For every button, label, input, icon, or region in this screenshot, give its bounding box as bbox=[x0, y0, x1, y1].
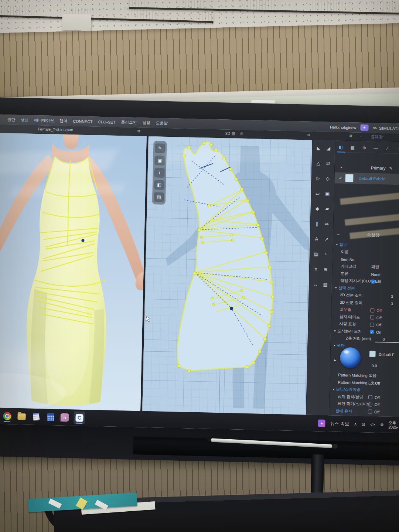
simulation-toggle[interactable]: ≫ SIMULATION bbox=[372, 125, 399, 131]
property-label: 카테고리 bbox=[341, 264, 356, 269]
caret-down-icon: ▼ bbox=[333, 344, 337, 347]
menu-animation[interactable]: 애니메이션 bbox=[34, 117, 54, 123]
caret-right-icon[interactable]: ▶ bbox=[334, 359, 336, 362]
fabric-swatch-small[interactable] bbox=[369, 351, 375, 357]
group-label: 형태 유지 bbox=[335, 408, 352, 414]
property-label: 2D 선분 길이 bbox=[340, 293, 363, 298]
dart-icon[interactable]: ◆ bbox=[313, 204, 322, 214]
alpha-app-button[interactable]: α bbox=[59, 411, 71, 424]
pattern-info-icon[interactable]: i bbox=[154, 168, 165, 178]
checkbox-on[interactable]: ✓ bbox=[370, 330, 374, 334]
checkbox-on[interactable]: ✓ bbox=[371, 279, 375, 283]
3d-garment-render[interactable] bbox=[0, 133, 147, 411]
menu-settings[interactable]: 설정 bbox=[142, 120, 150, 125]
caret-down-icon: ▼ bbox=[335, 287, 338, 289]
fabric-tab-icon[interactable]: ◧ bbox=[338, 144, 344, 150]
display-tray-icon[interactable]: ⊡ bbox=[362, 422, 365, 427]
puckering-tab-icon[interactable]: ≈ bbox=[396, 146, 399, 151]
button-tab-icon[interactable]: ⊕ bbox=[361, 145, 367, 150]
news-widget-label[interactable]: 뉴스 속보 bbox=[330, 420, 349, 427]
iron-icon[interactable]: ▰ bbox=[323, 205, 332, 214]
file-explorer-button[interactable] bbox=[16, 410, 27, 423]
tray-close-icon[interactable]: ⊗ bbox=[380, 422, 384, 427]
fit-garment-icon[interactable]: ▤ bbox=[154, 192, 164, 202]
group-label: 정보 bbox=[339, 242, 347, 247]
edit-sewing-icon[interactable]: ⇄ bbox=[324, 159, 333, 168]
shirring-icon[interactable]: ≋ bbox=[321, 265, 330, 274]
selected-point-3d[interactable] bbox=[81, 239, 85, 242]
default-fabric-row[interactable]: ✓ Default Fabric bbox=[334, 172, 399, 185]
transform-sketch-icon[interactable]: ◢ bbox=[324, 144, 333, 153]
float-window-icon[interactable]: ⧉ bbox=[307, 133, 310, 137]
z-distance-value[interactable]: 0 bbox=[382, 337, 385, 342]
property-value[interactable]: 3 bbox=[391, 294, 393, 299]
fabric-material-sphere[interactable] bbox=[340, 347, 361, 368]
pattern-tab-icon[interactable]: ▦ bbox=[350, 145, 355, 150]
edit-curve-icon[interactable]: ✎ bbox=[155, 143, 166, 153]
menu-connect[interactable]: CONNECT bbox=[73, 119, 93, 124]
calculator-button[interactable] bbox=[45, 411, 56, 424]
menu-fabric[interactable]: 원단 bbox=[7, 117, 16, 122]
stitch-tab-icon[interactable]: — bbox=[373, 145, 379, 150]
row-shape-retention[interactable]: 형태 유지 Off bbox=[329, 407, 399, 416]
segment-sew-icon[interactable]: ⇒ bbox=[322, 220, 331, 229]
property-value: Off bbox=[376, 308, 382, 313]
menu-production[interactable]: 생산 bbox=[21, 117, 29, 122]
news-widget-icon[interactable]: ✦ bbox=[318, 419, 325, 427]
category-dropdown[interactable]: 패턴 bbox=[371, 265, 379, 270]
checkbox-off[interactable] bbox=[368, 402, 372, 406]
chrome-taskbar-button[interactable] bbox=[1, 410, 13, 423]
checkbox-off[interactable] bbox=[368, 410, 372, 414]
elastic-icon[interactable]: ≈ bbox=[321, 250, 331, 259]
2d-pattern-canvas[interactable] bbox=[142, 136, 312, 415]
hidden-icons-chevron[interactable]: ∧ bbox=[354, 422, 357, 426]
panel-arrow-icon[interactable]: → bbox=[336, 231, 340, 236]
pattern-matching-dropdown[interactable]: 없음 bbox=[369, 373, 376, 378]
free-sew-icon[interactable]: ↗ bbox=[322, 235, 331, 244]
checkbox-off[interactable] bbox=[370, 308, 374, 312]
float-window-icon[interactable]: ⧉ bbox=[349, 134, 352, 138]
edit-pencil-icon[interactable]: ✎ bbox=[389, 166, 393, 171]
menu-help[interactable]: 도움말 bbox=[156, 120, 168, 126]
float-window-icon[interactable]: ⧉ bbox=[137, 129, 140, 133]
bonding-icon[interactable]: ▧ bbox=[321, 280, 330, 289]
trace-pattern-icon[interactable]: ▣ bbox=[323, 190, 332, 199]
2d-viewport[interactable]: ✎ ▣ i ◧ ▤ bbox=[142, 136, 312, 415]
tools-icon[interactable]: ✦ bbox=[360, 125, 368, 131]
property-value[interactable]: 3 bbox=[391, 301, 393, 306]
project-tab[interactable]: Female_T-shirt.zpac bbox=[38, 127, 73, 132]
menu-render[interactable]: 렌더 bbox=[59, 118, 68, 123]
clo3d-taskbar-button[interactable]: C bbox=[74, 411, 85, 424]
light-reflection bbox=[345, 209, 399, 226]
taskbar-clock[interactable]: 오후 2025- bbox=[388, 420, 398, 430]
flip-pattern-icon[interactable]: ↔ bbox=[311, 280, 320, 289]
edit-curvature-icon[interactable]: ▷ bbox=[313, 174, 323, 183]
target-icon[interactable]: ◎ bbox=[240, 131, 243, 135]
classification-dropdown[interactable]: None bbox=[371, 272, 380, 277]
menu-clo-set[interactable]: CLO-SET bbox=[98, 119, 116, 124]
checkbox-off[interactable] bbox=[370, 316, 374, 320]
checkbox-off[interactable] bbox=[369, 381, 373, 385]
3d-viewport[interactable]: ▦ ◧ ≡ ✦ bbox=[0, 133, 147, 411]
property-value: Off bbox=[374, 402, 379, 407]
menu-plugin[interactable]: 플러그인 bbox=[121, 120, 137, 125]
dock-arrow-icon[interactable]: → bbox=[358, 134, 362, 138]
notepad-button[interactable] bbox=[30, 410, 42, 423]
checkbox-off[interactable] bbox=[368, 395, 372, 399]
volume-muted-icon[interactable]: ◁× bbox=[370, 422, 375, 427]
fabric-view-icon[interactable]: ◧ bbox=[154, 180, 165, 190]
edit-notch-icon[interactable]: ◇ bbox=[323, 174, 332, 184]
edit-pattern-icon[interactable]: △ bbox=[314, 159, 323, 168]
show-garment-icon[interactable]: ▣ bbox=[154, 156, 165, 166]
fabric-offset-value[interactable]: 0.0 bbox=[372, 363, 377, 368]
fabric-swatch[interactable] bbox=[345, 174, 353, 182]
text-tool-icon[interactable]: A bbox=[312, 235, 321, 244]
seam-allowance-icon[interactable]: ∥ bbox=[313, 219, 322, 229]
topstitch-tab-icon[interactable]: ∕ bbox=[385, 146, 390, 151]
pleats-icon[interactable]: ≡ bbox=[311, 265, 321, 274]
transform-pattern-icon[interactable]: ◣ bbox=[314, 144, 323, 153]
fabric-group-row[interactable]: ▼ Primary ✎ bbox=[335, 163, 399, 173]
grading-icon[interactable]: ▤ bbox=[312, 250, 321, 259]
polygon-pattern-icon[interactable]: ▱ bbox=[313, 189, 322, 198]
checkbox-off[interactable] bbox=[370, 323, 374, 327]
